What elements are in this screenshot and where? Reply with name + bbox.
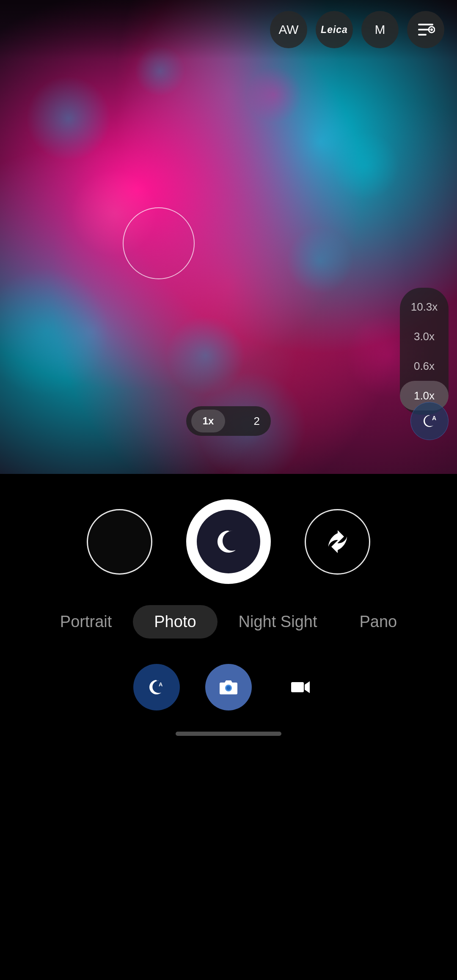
svg-rect-9 — [291, 682, 304, 692]
aw-label: AW — [278, 22, 298, 37]
night-mode-bottom-icon: A — [146, 676, 168, 698]
svg-point-4 — [430, 28, 433, 31]
shutter-row — [0, 499, 457, 584]
zoom-3x[interactable]: 3.0x — [400, 322, 449, 351]
tab-panorama[interactable]: Pano — [338, 605, 418, 639]
video-mode-button[interactable] — [277, 664, 324, 710]
home-indicator — [176, 732, 281, 736]
tab-portrait[interactable]: Portrait — [39, 605, 133, 639]
flip-camera-icon — [323, 527, 352, 556]
flip-camera-button[interactable] — [305, 509, 370, 575]
shutter-moon-icon — [212, 525, 245, 559]
tab-photo[interactable]: Photo — [133, 605, 217, 639]
filter-icon — [416, 20, 435, 39]
svg-text:A: A — [432, 415, 436, 421]
mode-tabs: Portrait Photo Night Sight Pano — [0, 605, 457, 639]
m-label: M — [375, 22, 385, 37]
zoom-toggle-bar[interactable]: 1x 2 — [186, 406, 271, 436]
svg-text:A: A — [159, 681, 163, 688]
zoom-10x[interactable]: 10.3x — [400, 292, 449, 322]
svg-rect-0 — [418, 24, 433, 25]
photo-mode-button[interactable] — [205, 664, 252, 710]
bottom-controls: A — [0, 664, 457, 710]
svg-rect-2 — [418, 34, 427, 36]
aw-button[interactable]: AW — [270, 11, 307, 48]
filter-button[interactable] — [407, 11, 444, 48]
night-mode-auto-icon: A — [420, 412, 439, 430]
top-bar: AW Leica M — [0, 0, 457, 59]
zoom-selector: 10.3x 3.0x 0.6x 1.0x — [400, 288, 449, 415]
tab-night-sight[interactable]: Night Sight — [217, 605, 339, 639]
leica-label: Leica — [321, 24, 348, 36]
viewfinder-overlay — [0, 0, 457, 474]
m-button[interactable]: M — [361, 11, 399, 48]
gallery-button[interactable] — [87, 509, 152, 575]
zoom-06x[interactable]: 0.6x — [400, 351, 449, 381]
camera-icon — [217, 676, 240, 698]
video-icon — [289, 676, 311, 698]
focus-ring — [123, 207, 195, 279]
shutter-button-main[interactable] — [186, 499, 271, 584]
shutter-inner — [197, 510, 260, 573]
night-mode-bottom-button[interactable]: A — [133, 664, 180, 710]
leica-button[interactable]: Leica — [316, 11, 353, 48]
zoom-toggle-right: 2 — [248, 415, 266, 428]
viewfinder[interactable]: 10.3x 3.0x 0.6x 1.0x 1x 2 A — [0, 0, 457, 474]
night-mode-viewfinder-button[interactable]: A — [410, 402, 449, 440]
zoom-toggle-left[interactable]: 1x — [191, 410, 225, 432]
svg-point-8 — [226, 686, 231, 690]
bottom-section: Portrait Photo Night Sight Pano A — [0, 474, 457, 980]
